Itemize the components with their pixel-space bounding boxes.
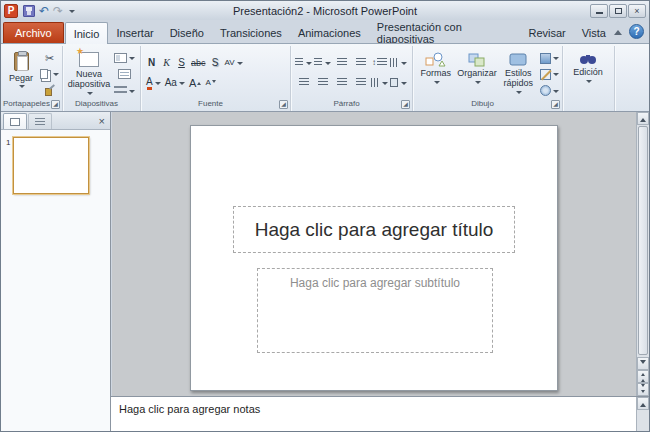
scrollbar-thumb[interactable] — [638, 126, 648, 355]
subtitle-placeholder[interactable]: Haga clic para agregar subtítulo — [257, 268, 493, 353]
drawing-group-label: Dibujo — [413, 99, 552, 110]
justify-button[interactable] — [352, 75, 369, 90]
notes-placeholder[interactable]: Haga clic para agregar notas — [111, 397, 649, 415]
copy-button[interactable] — [39, 67, 60, 81]
notes-pane[interactable]: Haga clic para agregar notas — [111, 396, 649, 431]
decrease-font-icon — [212, 80, 216, 85]
format-painter-icon — [45, 86, 55, 96]
shape-effects-icon — [540, 85, 551, 96]
minimize-ribbon-icon[interactable] — [614, 26, 622, 35]
notes-scroll-up-icon — [640, 400, 646, 407]
character-spacing-button[interactable]: AV — [224, 55, 244, 70]
decrease-font-label: A — [206, 78, 211, 87]
increase-font-button[interactable]: A — [188, 75, 202, 90]
powerpoint-window: P ↶ ↷ Presentación2 - Microsoft PowerPoi… — [0, 0, 650, 432]
format-painter-button[interactable] — [39, 84, 60, 98]
slides-tab[interactable] — [3, 113, 27, 129]
align-left-button[interactable] — [295, 75, 312, 90]
tab-archivo[interactable]: Archivo — [3, 22, 64, 43]
tab-revisar[interactable]: Revisar — [520, 22, 573, 43]
shape-outline-caret-icon — [553, 73, 559, 79]
slide-layout-button[interactable] — [113, 51, 136, 65]
slide-canvas[interactable]: Haga clic para agregar título Haga clic … — [190, 125, 558, 391]
quick-styles-label: Estilos rápidos — [498, 69, 539, 89]
quick-styles-icon — [508, 52, 528, 67]
copy-caret-icon — [53, 73, 59, 79]
qat-dropdown-caret[interactable] — [69, 10, 75, 16]
text-shadow-button[interactable]: S — [209, 55, 222, 70]
new-slide-button[interactable]: Nueva diapositiva — [65, 48, 113, 98]
notes-scroll-up-button[interactable] — [637, 397, 649, 410]
tab-presentacion[interactable]: Presentación con diapositivas — [369, 22, 521, 43]
outline-tab[interactable] — [28, 113, 52, 129]
restore-button[interactable] — [609, 4, 627, 18]
decrease-font-button[interactable]: A — [204, 75, 217, 90]
arrange-button[interactable]: Organizar — [456, 48, 497, 100]
bold-button[interactable]: N — [145, 55, 158, 70]
font-dialog-launcher[interactable]: ◢ — [279, 100, 288, 109]
reset-slide-button[interactable] — [113, 67, 136, 81]
vertical-scrollbar[interactable] — [636, 112, 649, 396]
decrease-indent-button[interactable] — [333, 55, 350, 70]
paragraph-dialog-launcher[interactable]: ◢ — [401, 100, 410, 109]
notes-scrollbar[interactable] — [636, 397, 649, 431]
ribbon-group-slides: Nueva diapositiva Diapositivas — [63, 46, 141, 111]
help-icon[interactable]: ? — [629, 24, 644, 39]
slide-number: 1 — [6, 138, 10, 431]
tab-insertar[interactable]: Insertar — [108, 22, 161, 43]
bullets-button[interactable] — [295, 55, 312, 70]
character-spacing-caret-icon — [237, 62, 243, 68]
section-button[interactable] — [113, 84, 136, 98]
change-case-button[interactable]: Aa — [164, 75, 186, 90]
text-direction-button[interactable] — [390, 55, 407, 70]
numbering-button[interactable] — [314, 55, 331, 70]
columns-button[interactable] — [371, 75, 388, 90]
shape-effects-button[interactable] — [539, 84, 560, 98]
scroll-down-button[interactable] — [637, 357, 649, 370]
increase-indent-button[interactable] — [352, 55, 369, 70]
previous-slide-button[interactable] — [637, 370, 649, 383]
clipboard-dialog-launcher[interactable]: ◢ — [51, 100, 60, 109]
binoculars-icon — [579, 52, 597, 66]
align-right-button[interactable] — [333, 75, 350, 90]
shape-fill-button[interactable] — [539, 51, 560, 65]
window-title: Presentación2 - Microsoft PowerPoint — [1, 5, 649, 17]
font-color-button[interactable]: A — [145, 75, 162, 90]
redo-icon[interactable]: ↷ — [53, 6, 63, 16]
panel-close-icon[interactable]: × — [99, 115, 108, 129]
quick-styles-button[interactable]: Estilos rápidos — [498, 48, 539, 100]
increase-font-icon — [197, 80, 201, 85]
undo-icon[interactable]: ↶ — [39, 6, 49, 16]
next-slide-button[interactable] — [637, 383, 649, 396]
new-slide-caret-icon — [87, 92, 93, 98]
shape-outline-icon — [540, 69, 551, 80]
line-spacing-icon: ↕ — [372, 58, 376, 67]
shapes-button[interactable]: Formas — [415, 48, 456, 100]
outline-tab-icon — [35, 118, 45, 126]
titlebar: P ↶ ↷ Presentación2 - Microsoft PowerPoi… — [1, 1, 649, 20]
tab-diseno[interactable]: Diseño — [162, 22, 212, 43]
strikethrough-button[interactable]: abc — [190, 55, 207, 70]
drawing-dialog-launcher[interactable]: ◢ — [551, 100, 560, 109]
italic-button[interactable]: K — [160, 55, 173, 70]
line-spacing-button[interactable]: ↕ — [371, 55, 388, 70]
paste-button[interactable]: Pegar — [3, 48, 39, 98]
ribbon-group-drawing: Formas Organizar Estilos rápidos — [413, 46, 563, 111]
shape-outline-button[interactable] — [539, 67, 560, 81]
shape-fill-icon — [540, 53, 551, 64]
tab-animaciones[interactable]: Animaciones — [290, 22, 369, 43]
slide-thumbnail[interactable] — [13, 137, 89, 194]
convert-smartart-button[interactable] — [390, 75, 407, 90]
editing-button[interactable]: Edición — [565, 48, 611, 100]
title-placeholder[interactable]: Haga clic para agregar título — [233, 206, 515, 253]
scroll-up-button[interactable] — [637, 112, 649, 125]
close-button[interactable]: × — [628, 4, 646, 18]
align-center-button[interactable] — [314, 75, 331, 90]
underline-button[interactable]: S — [175, 55, 188, 70]
tab-transiciones[interactable]: Transiciones — [212, 22, 290, 43]
cut-button[interactable]: ✂ — [39, 51, 60, 65]
tab-inicio[interactable]: Inicio — [65, 22, 109, 44]
tab-vista[interactable]: Vista — [574, 22, 614, 43]
save-icon[interactable] — [23, 5, 35, 17]
minimize-button[interactable] — [590, 4, 608, 18]
